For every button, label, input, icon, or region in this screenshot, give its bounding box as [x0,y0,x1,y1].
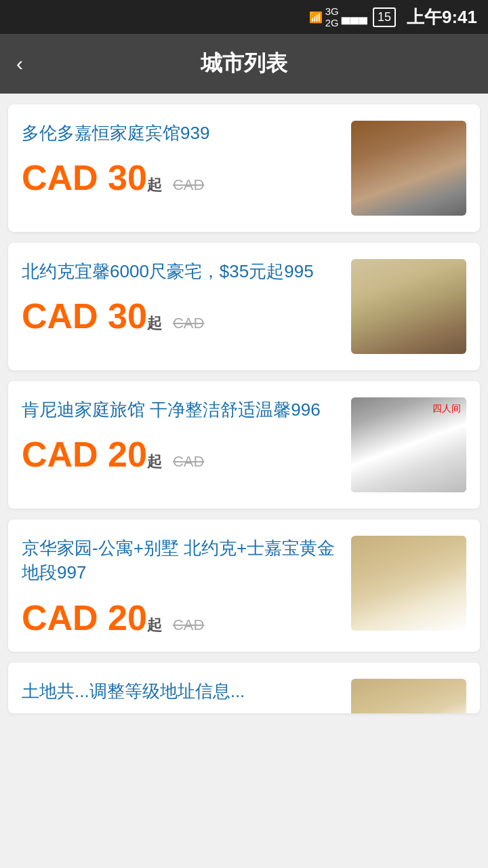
signal-icons: 📶 3G2G ▄▄▄ [309,5,367,28]
price-value: CAD 20 [22,598,147,637]
price-suffix: 起 [147,315,162,332]
bedroom-image: 四人间 [351,397,466,492]
listing-image [351,121,466,216]
listing-card-partial[interactable]: 土地共...调整等级地址信息... [8,663,480,713]
card-text-1: 多伦多嘉恒家庭宾馆939 CAD 30起 CAD [22,121,351,195]
listing-card[interactable]: 多伦多嘉恒家庭宾馆939 CAD 30起 CAD [8,104,480,232]
listing-name: 肯尼迪家庭旅馆 干净整洁舒适温馨996 [22,397,338,422]
bedroom2-image [351,536,466,631]
listing-image [351,259,466,354]
signal-text: 3G2G [325,5,339,28]
listing-image [351,536,466,631]
price-row: CAD 30起 CAD [22,160,338,195]
price-row: CAD 30起 CAD [22,298,338,334]
price-row: CAD 20起 CAD [22,600,338,635]
price-row: CAD 20起 CAD [22,437,338,472]
listing-price: CAD 30起 [22,298,162,334]
page-title: 城市列表 [201,49,287,79]
card-text-4: 京华家园-公寓+别墅 北约克+士嘉宝黄金地段997 CAD 20起 CAD [22,536,351,635]
clock: 上午9:41 [407,5,477,29]
listing-card[interactable]: 北约克宜馨6000尺豪宅，$35元起995 CAD 30起 CAD [8,243,480,370]
partial-image [351,679,466,713]
price-value: CAD 30 [22,296,147,336]
listing-card[interactable]: 京华家园-公寓+别墅 北约克+士嘉宝黄金地段997 CAD 20起 CAD [8,519,480,652]
listing-name: 多伦多嘉恒家庭宾馆939 [22,121,338,145]
original-price: CAD [173,176,204,194]
price-suffix: 起 [147,453,162,470]
back-button[interactable]: ‹ [16,52,23,75]
listing-image: 四人间 [351,397,466,492]
cellular-icon: ▄▄▄ [342,10,367,24]
price-suffix: 起 [147,616,162,633]
card-text-3: 肯尼迪家庭旅馆 干净整洁舒适温馨996 CAD 20起 CAD [22,397,351,472]
battery-level: 15 [378,10,391,24]
wifi-icon: 📶 [309,11,323,24]
listing-image [351,679,466,713]
listing-card[interactable]: 肯尼迪家庭旅馆 干净整洁舒适温馨996 CAD 20起 CAD 四人间 [8,381,480,509]
listings-list: 多伦多嘉恒家庭宾馆939 CAD 30起 CAD 北约克宜馨6000尺豪宅，$3… [0,94,488,724]
original-price: CAD [173,616,204,634]
price-value: CAD 30 [22,158,147,197]
listing-price: CAD 20起 [22,437,162,472]
page-header: ‹ 城市列表 [0,34,488,94]
listing-price: CAD 30起 [22,160,162,195]
price-suffix: 起 [147,176,162,193]
living-image [351,259,466,354]
battery-indicator: 15 [373,7,396,27]
status-bar: 📶 3G2G ▄▄▄ 15 上午9:41 [0,0,488,34]
price-value: CAD 20 [22,435,147,474]
listing-name: 北约克宜馨6000尺豪宅，$35元起995 [22,259,338,283]
card-text-5: 土地共...调整等级地址信息... [22,679,351,713]
original-price: CAD [173,315,204,332]
listing-name: 土地共...调整等级地址信息... [22,679,338,703]
listing-price: CAD 20起 [22,600,162,635]
listing-name: 京华家园-公寓+别墅 北约克+士嘉宝黄金地段997 [22,536,338,585]
kitchen-image [351,121,466,216]
original-price: CAD [173,453,204,471]
card-text-2: 北约克宜馨6000尺豪宅，$35元起995 CAD 30起 CAD [22,259,351,334]
